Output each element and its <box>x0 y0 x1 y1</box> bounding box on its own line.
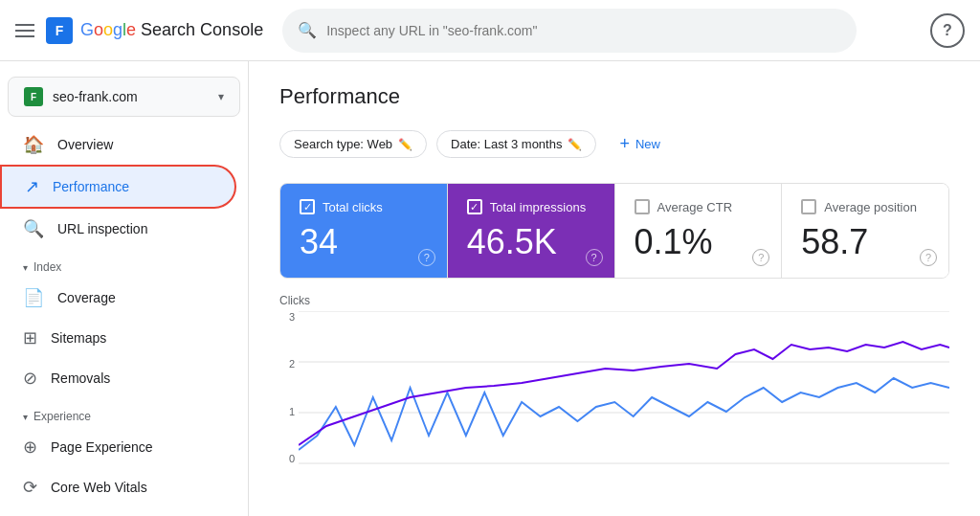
metric-card-avg-ctr[interactable]: Average CTR 0.1% ? <box>615 184 783 278</box>
search-type-filter[interactable]: Search type: Web ✏️ <box>279 130 427 158</box>
metric-clicks-value: 34 <box>300 222 428 262</box>
date-filter[interactable]: Date: Last 3 months ✏️ <box>436 130 596 158</box>
sidebar-item-sitemaps-label: Sitemaps <box>51 330 106 346</box>
app-header: F Google Search Console 🔍 ? <box>0 0 980 61</box>
experience-section-label[interactable]: ▾ Experience <box>0 398 248 427</box>
sidebar-item-url-inspection[interactable]: 🔍 URL inspection <box>0 209 236 249</box>
sidebar-item-coverage[interactable]: 📄 Coverage <box>0 278 236 318</box>
metric-clicks-header: Total clicks <box>300 199 428 214</box>
new-filter-button[interactable]: + New <box>606 128 674 160</box>
main-content: Performance Search type: Web ✏️ Date: La… <box>249 61 980 516</box>
sidebar-item-removals-label: Removals <box>51 370 110 386</box>
metric-card-total-impressions[interactable]: Total impressions 46.5K ? <box>448 184 615 278</box>
metric-impressions-label: Total impressions <box>490 200 586 214</box>
sidebar-item-coverage-label: Coverage <box>57 290 116 305</box>
sidebar-item-core-web-vitals[interactable]: ⟳ Core Web Vitals <box>0 467 236 507</box>
sidebar-item-url-inspection-label: URL inspection <box>57 221 147 236</box>
metric-impressions-checkbox[interactable] <box>467 199 482 214</box>
search-type-label: Search type: Web <box>294 137 392 151</box>
metric-ctr-checkbox[interactable] <box>635 199 650 214</box>
sidebar-item-performance[interactable]: ↗ Performance <box>0 165 236 209</box>
metric-position-header: Average position <box>801 199 929 214</box>
metric-impressions-value: 46.5K <box>467 222 595 262</box>
sidebar-item-page-experience[interactable]: ⊕ Page Experience <box>0 427 236 467</box>
filter-bar: Search type: Web ✏️ Date: Last 3 months … <box>279 128 949 160</box>
home-icon: 🏠 <box>23 134 44 155</box>
chart-svg-container <box>299 311 949 464</box>
metric-ctr-value: 0.1% <box>635 222 763 262</box>
sidebar-item-sitemaps[interactable]: ⊞ Sitemaps <box>0 318 236 358</box>
sidebar: F seo-frank.com ▾ 🏠 Overview ↗ Performan… <box>0 61 249 516</box>
metric-clicks-help-icon[interactable]: ? <box>418 249 435 266</box>
y-axis-2: 2 <box>283 358 295 370</box>
site-icon: F <box>24 87 43 106</box>
new-button-label: New <box>635 137 660 151</box>
metric-clicks-label: Total clicks <box>323 200 383 214</box>
search-bar[interactable]: 🔍 <box>282 9 857 53</box>
index-section-title: Index <box>33 260 61 274</box>
app-body: F seo-frank.com ▾ 🏠 Overview ↗ Performan… <box>0 61 980 516</box>
sidebar-item-core-web-vitals-label: Core Web Vitals <box>51 480 147 495</box>
sidebar-item-overview[interactable]: 🏠 Overview <box>0 124 236 165</box>
app-title: Google Search Console <box>80 20 263 40</box>
metric-impressions-help-icon[interactable]: ? <box>586 249 603 266</box>
metric-ctr-help-icon[interactable]: ? <box>752 249 769 266</box>
help-icon-button[interactable]: ? <box>930 13 965 48</box>
removals-icon: ⊘ <box>23 368 37 389</box>
metric-ctr-header: Average CTR <box>635 199 763 214</box>
metric-position-help-icon[interactable]: ? <box>920 249 937 266</box>
hamburger-menu[interactable] <box>15 24 34 37</box>
metric-ctr-label: Average CTR <box>657 200 733 214</box>
y-axis-1: 1 <box>283 406 295 417</box>
chart-svg <box>299 311 949 464</box>
chart-area: Clicks 3 2 1 0 <box>279 279 949 464</box>
search-input[interactable] <box>326 23 841 38</box>
page-title: Performance <box>279 84 949 109</box>
chart-y-axis: 3 2 1 0 <box>279 311 299 464</box>
metric-impressions-header: Total impressions <box>467 199 595 214</box>
metric-clicks-checkbox[interactable] <box>300 199 315 214</box>
metric-card-avg-position[interactable]: Average position 58.7 ? <box>782 184 948 278</box>
metric-card-total-clicks[interactable]: Total clicks 34 ? <box>280 184 448 278</box>
search-type-edit-icon: ✏️ <box>398 138 412 151</box>
url-inspection-icon: 🔍 <box>23 218 44 239</box>
y-axis-3: 3 <box>283 311 295 323</box>
dropdown-arrow-icon: ▾ <box>218 90 224 103</box>
logo-icon: F <box>46 17 73 44</box>
index-section-label[interactable]: ▾ Index <box>0 249 248 278</box>
y-axis-0: 0 <box>283 453 295 464</box>
search-icon: 🔍 <box>298 21 317 39</box>
chart-clicks-line <box>299 378 949 450</box>
logo-area: F Google Search Console <box>46 17 263 44</box>
metric-position-label: Average position <box>824 200 917 214</box>
experience-section-title: Experience <box>33 410 91 423</box>
sidebar-item-performance-label: Performance <box>53 179 129 194</box>
performance-icon: ↗ <box>25 176 39 197</box>
date-edit-icon: ✏️ <box>568 138 582 151</box>
metric-cards: Total clicks 34 ? Total impressions 46.5… <box>279 183 949 279</box>
sidebar-item-removals[interactable]: ⊘ Removals <box>0 358 236 398</box>
header-right: ? <box>930 13 965 48</box>
site-selector[interactable]: F seo-frank.com ▾ <box>8 77 240 117</box>
experience-chevron-icon: ▾ <box>23 412 28 422</box>
date-label: Date: Last 3 months <box>451 137 562 151</box>
sidebar-item-overview-label: Overview <box>57 137 113 152</box>
plus-icon: + <box>619 134 630 154</box>
sidebar-item-page-experience-label: Page Experience <box>51 439 153 455</box>
chart-y-label: Clicks <box>279 294 949 307</box>
metric-position-checkbox[interactable] <box>801 199 816 214</box>
sitemaps-icon: ⊞ <box>23 327 37 348</box>
index-chevron-icon: ▾ <box>23 262 28 273</box>
core-web-vitals-icon: ⟳ <box>23 477 37 498</box>
coverage-icon: 📄 <box>23 287 44 308</box>
page-experience-icon: ⊕ <box>23 437 37 458</box>
metric-position-value: 58.7 <box>801 222 929 262</box>
site-name: seo-frank.com <box>53 89 218 104</box>
